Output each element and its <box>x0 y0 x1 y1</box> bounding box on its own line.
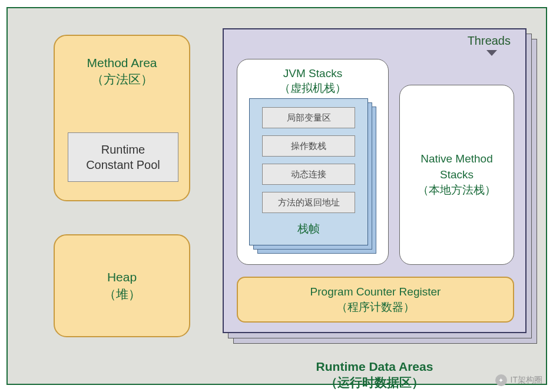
jvm-stacks-box: JVM Stacks （虚拟机栈） 局部变量区 操作数栈 动态连接 方法的返回地… <box>237 59 389 265</box>
runtime-data-areas-container: Method Area （方法区） Runtime Constant Pool … <box>6 7 547 385</box>
watermark-text: IT架构圈 <box>511 375 542 386</box>
threads-box: Threads JVM Stacks （虚拟机栈） 局部变量区 操作数栈 动态连… <box>223 28 526 333</box>
jvm-stacks-title: JVM Stacks （虚拟机栈） <box>237 67 388 95</box>
heap-box: Heap （堆） <box>54 234 190 337</box>
program-counter-register-box: Program Counter Register （程序计数器） <box>237 277 514 323</box>
native-title-en: Native Method Stacks <box>420 152 493 181</box>
pc-title-cn: （程序计数器） <box>336 301 415 313</box>
watermark: ✦ IT架构圈 <box>495 374 542 386</box>
stack-frame-box: 局部变量区 操作数栈 动态连接 方法的返回地址 栈帧 <box>249 98 368 245</box>
rcp-label: Runtime Constant Pool <box>86 142 160 172</box>
native-stacks-title: Native Method Stacks （本地方法栈） <box>418 151 496 198</box>
native-method-stacks-box: Native Method Stacks （本地方法栈） <box>399 85 514 265</box>
native-title-cn: （本地方法栈） <box>418 184 496 196</box>
frame-item-local-vars: 局部变量区 <box>262 107 355 128</box>
frame-item-dynamic-linking: 动态连接 <box>262 164 355 185</box>
stack-frame-label: 栈帧 <box>250 221 367 237</box>
runtime-data-areas-title: Runtime Data Areas （运行时数据区） <box>211 358 538 391</box>
heap-title: Heap （堆） <box>104 269 141 303</box>
wechat-icon: ✦ <box>495 374 507 386</box>
rda-title-cn: （运行时数据区） <box>325 376 424 389</box>
method-area-box: Method Area （方法区） Runtime Constant Pool <box>54 35 190 201</box>
frame-item-return-address: 方法的返回地址 <box>262 192 355 213</box>
jvm-stacks-title-cn: （虚拟机栈） <box>279 82 346 94</box>
method-area-title-cn: （方法区） <box>91 72 153 86</box>
heap-title-cn: （堆） <box>104 287 141 301</box>
method-area-title-en: Method Area <box>87 56 157 69</box>
method-area-title: Method Area （方法区） <box>55 55 189 88</box>
heap-title-en: Heap <box>107 270 137 284</box>
chevron-down-icon <box>486 50 497 56</box>
pc-register-title: Program Counter Register （程序计数器） <box>310 284 441 314</box>
threads-label: Threads <box>468 34 511 48</box>
rda-title-en: Runtime Data Areas <box>316 360 433 373</box>
pc-title-en: Program Counter Register <box>310 285 441 298</box>
runtime-constant-pool-box: Runtime Constant Pool <box>68 132 178 182</box>
jvm-stacks-title-en: JVM Stacks <box>283 67 342 79</box>
frame-item-operand-stack: 操作数栈 <box>262 135 355 157</box>
